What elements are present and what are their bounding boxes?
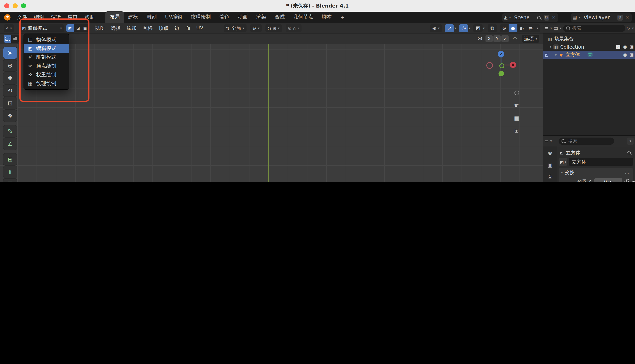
- rotate-tool[interactable]: ↻: [3, 85, 17, 96]
- checkbox-icon[interactable]: ✓: [616, 45, 620, 49]
- vertex-select-button[interactable]: ◩: [66, 24, 74, 32]
- display-mode-icon[interactable]: ▤: [553, 25, 558, 31]
- menu-edit[interactable]: 编辑: [31, 12, 48, 22]
- properties-search[interactable]: [559, 137, 614, 144]
- properties-options-chevron[interactable]: ▾: [627, 137, 634, 144]
- edge-select-button[interactable]: ◪: [74, 24, 82, 32]
- viewport-canvas[interactable]: ➤⊕✚↻⊡❖✎∠⊞⇧回◇◫✄⬠◔●⇆✳ Z X ☛ ▣ ⊞: [0, 43, 543, 182]
- viewport-menu-edge[interactable]: 边: [171, 23, 182, 33]
- breadcrumb-object-name[interactable]: 立方体: [566, 150, 580, 156]
- properties-search-input[interactable]: [567, 138, 594, 144]
- properties-editor-icon[interactable]: ≡: [545, 138, 548, 144]
- mode-menu-item-sculpt-mode[interactable]: ✐雕刻模式: [24, 53, 69, 62]
- new-viewlayer-button[interactable]: ⧉: [617, 14, 623, 20]
- snapping-controls[interactable]: Ω ⊞ ▾: [265, 24, 282, 32]
- proportional-falloff-icon[interactable]: ◠: [513, 36, 517, 41]
- mode-menu-item-object-mode[interactable]: □物体模式: [24, 35, 69, 44]
- annotate-tool[interactable]: ✎: [3, 126, 17, 137]
- mode-dropdown[interactable]: ◩ 编辑模式 ▾: [19, 24, 64, 32]
- add-cube-tool[interactable]: ⊞: [3, 154, 17, 165]
- move-view-icon[interactable]: ☛: [512, 100, 522, 110]
- show-object-types-dropdown[interactable]: ◉ ▾: [430, 24, 442, 32]
- mirror-axis-x-button[interactable]: X: [486, 35, 493, 42]
- show-gizmo-toggle[interactable]: ↗: [445, 24, 454, 32]
- workspace-tab-layout[interactable]: 布局: [105, 11, 124, 23]
- transform-tool[interactable]: ❖: [3, 110, 17, 122]
- camera-view-icon[interactable]: ▣: [512, 113, 522, 123]
- inset-faces-tool[interactable]: 回: [3, 179, 17, 182]
- outliner-search[interactable]: [563, 24, 625, 32]
- navigation-gizmo[interactable]: Z X: [486, 51, 517, 81]
- menu-file[interactable]: 文件: [14, 12, 31, 22]
- lock-icon[interactable]: [624, 181, 629, 182]
- viewlayer-selector[interactable]: ▤ ▾ ViewLayer ⧉ ×: [571, 13, 632, 22]
- options-dropdown[interactable]: 选项 ▾: [522, 34, 539, 42]
- viewport-menu-view[interactable]: 视图: [92, 23, 108, 33]
- mirror-axis-y-button[interactable]: Y: [494, 35, 501, 42]
- scene-name[interactable]: Scene: [513, 14, 535, 20]
- tab-render[interactable]: ▣: [544, 161, 555, 170]
- mesh-object-cube[interactable]: [0, 43, 543, 182]
- workspace-tab-texture-paint[interactable]: 纹理绘制: [186, 11, 215, 23]
- scene-selector[interactable]: ◭ ▾ Scene ⧉ ×: [502, 13, 558, 22]
- mirror-axis-z-button[interactable]: Z: [502, 35, 509, 42]
- menu-window[interactable]: 窗口: [64, 12, 81, 22]
- wireframe-shading-button[interactable]: ⊛: [500, 24, 509, 32]
- eye-icon[interactable]: ◉: [623, 52, 627, 57]
- zoom-view-icon[interactable]: [512, 88, 522, 98]
- workspace-tab-animation[interactable]: 动画: [234, 11, 252, 23]
- measure-tool[interactable]: ∠: [3, 138, 17, 150]
- mesh-edit-overlay-toggle[interactable]: ◩: [473, 24, 483, 32]
- camera-icon[interactable]: ▣: [630, 44, 634, 49]
- transform-panel-header[interactable]: ▾ 变换 ∷∷: [559, 168, 633, 177]
- transform-value-field[interactable]: 0 m: [594, 178, 622, 182]
- outliner-search-input[interactable]: [571, 25, 598, 31]
- viewport-menu-face[interactable]: 面: [182, 23, 193, 33]
- viewport-menu-add[interactable]: 添加: [123, 23, 139, 33]
- unlink-scene-button[interactable]: ×: [551, 15, 556, 20]
- viewport-menu-select[interactable]: 选择: [108, 23, 123, 33]
- viewport-menu-mesh[interactable]: 网格: [139, 23, 155, 33]
- object-type-dropdown[interactable]: ◩ ▾: [559, 158, 568, 166]
- workspace-tab-compositing[interactable]: 合成: [271, 11, 289, 23]
- mirror-icon[interactable]: ⋈: [477, 36, 482, 42]
- move-tool[interactable]: ✚: [3, 72, 17, 84]
- workspace-tab-geometry-nodes[interactable]: 几何节点: [289, 11, 317, 23]
- rendered-shading-button[interactable]: ◓: [526, 24, 535, 32]
- filter-icon[interactable]: ▽: [627, 25, 630, 31]
- outliner-editor-icon[interactable]: ≡: [545, 25, 548, 31]
- workspace-tab-sculpting[interactable]: 雕刻: [142, 11, 161, 23]
- x-neg-axis-ball[interactable]: [486, 62, 493, 69]
- material-shading-button[interactable]: ◐: [517, 24, 526, 32]
- y-axis-ball[interactable]: [499, 71, 504, 76]
- pin-icon[interactable]: [627, 151, 631, 154]
- show-overlays-toggle[interactable]: ◎: [459, 24, 468, 32]
- outliner-row-collection[interactable]: ▾ ▥ Collection ✓ ◉ ▣: [543, 43, 635, 51]
- outliner-row-scene-collection[interactable]: ▥ 场景集合: [543, 35, 635, 43]
- viewport-menu-vertex[interactable]: 顶点: [155, 23, 171, 33]
- toggle-ortho-icon[interactable]: ⊞: [512, 126, 522, 136]
- pin-icon[interactable]: [537, 16, 540, 19]
- expand-icon[interactable]: ▾: [550, 45, 551, 49]
- workspace-tab-scripting[interactable]: 脚本: [317, 11, 336, 23]
- new-scene-button[interactable]: ⧉: [544, 14, 549, 20]
- editor-type-selector[interactable]: ⌖ ▾: [4, 24, 14, 32]
- select-box-tool[interactable]: ➤: [3, 47, 17, 59]
- pivot-point-dropdown[interactable]: ⊚ ▾: [250, 24, 261, 32]
- x-axis-ball[interactable]: X: [510, 62, 516, 68]
- select-extend-button[interactable]: [11, 34, 19, 42]
- object-name-field[interactable]: 立方体: [569, 158, 633, 166]
- mode-menu-item-edit-mode[interactable]: ◩编辑模式: [24, 44, 69, 53]
- workspace-tab-add-workspace[interactable]: +: [336, 12, 349, 23]
- tab-tool[interactable]: ⚒: [544, 150, 555, 158]
- scale-tool[interactable]: ⊡: [3, 97, 17, 109]
- mode-menu-item-weight-paint[interactable]: ✜权重绘制: [24, 70, 69, 79]
- select-new-button[interactable]: [4, 34, 11, 42]
- extrude-region-tool[interactable]: ⇧: [3, 166, 17, 178]
- workspace-tab-rendering[interactable]: 渲染: [252, 11, 271, 23]
- viewport-menu-uv[interactable]: UV: [193, 23, 206, 33]
- workspace-tab-modeling[interactable]: 建模: [124, 11, 142, 23]
- face-select-button[interactable]: ▣: [82, 24, 89, 32]
- menu-render[interactable]: 渲染: [48, 12, 64, 22]
- mode-menu-item-texture-paint[interactable]: ▦纹理绘制: [24, 79, 69, 88]
